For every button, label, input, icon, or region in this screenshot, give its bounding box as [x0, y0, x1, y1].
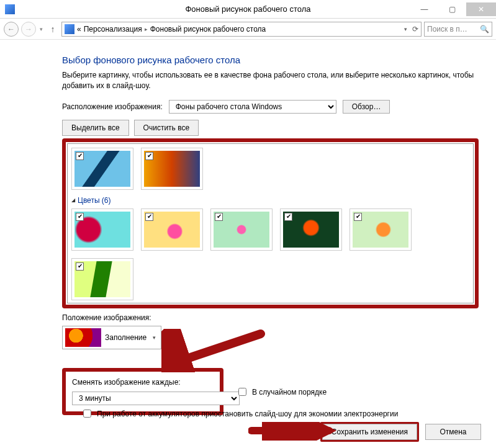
forward-button[interactable]: →	[21, 22, 36, 37]
location-select[interactable]: Фоны рабочего стола Windows	[169, 100, 336, 114]
clear-all-button[interactable]: Очистить все	[134, 120, 199, 136]
up-button[interactable]: ↑	[47, 24, 59, 34]
selection-row: Выделить все Очистить все	[62, 120, 479, 136]
wallpaper-thumb[interactable]: ✔	[71, 148, 133, 190]
crumb-sep-icon: ▸	[145, 26, 148, 32]
thumb-checkbox[interactable]: ✔	[76, 262, 84, 271]
search-placeholder: Поиск в п…	[427, 25, 477, 34]
wallpaper-thumb[interactable]: ✔	[280, 208, 342, 251]
group-flowers-header[interactable]: ◢ Цветы (6)	[71, 196, 469, 205]
refresh-button[interactable]: ⟳	[412, 25, 418, 34]
random-order-label: В случайном порядке	[252, 388, 327, 396]
crumb-background[interactable]: Фоновый рисунок рабочего стола	[150, 25, 266, 34]
titlebar: Фоновый рисунок рабочего стола — ▢ ✕	[0, 0, 496, 19]
battery-row: При работе от аккумуляторов приостановит…	[81, 408, 398, 419]
wallpaper-thumb[interactable]: ✔	[210, 208, 273, 251]
search-input[interactable]: Поиск в п… 🔍	[424, 22, 492, 37]
browse-button[interactable]: Обзор…	[343, 100, 390, 114]
address-bar[interactable]: « Персонализация ▸ Фоновый рисунок рабоч…	[61, 22, 422, 37]
wallpaper-thumb[interactable]: ✔	[71, 258, 133, 300]
group-flowers-label: Цветы (6)	[78, 196, 111, 205]
history-dropdown[interactable]: ▾	[38, 26, 44, 32]
back-button[interactable]: ←	[4, 22, 19, 37]
change-interval-label: Сменять изображение каждые:	[72, 378, 211, 387]
thumb-checkbox[interactable]: ✔	[284, 213, 292, 221]
nav-bar: ← → ▾ ↑ « Персонализация ▸ Фоновый рисун…	[0, 19, 496, 40]
save-button[interactable]: Сохранить изменения	[322, 424, 417, 440]
cancel-button[interactable]: Отмена	[425, 424, 481, 440]
thumb-checkbox[interactable]: ✔	[354, 213, 362, 221]
position-label: Положение изображения:	[62, 313, 479, 322]
battery-checkbox[interactable]	[83, 410, 91, 418]
crumb-root: «	[77, 25, 81, 34]
wallpaper-thumb[interactable]: ✔	[141, 148, 203, 190]
position-select[interactable]: Заполнение ▾	[62, 326, 161, 349]
thumb-checkbox[interactable]: ✔	[76, 152, 84, 160]
select-all-button[interactable]: Выделить все	[62, 120, 129, 136]
gallery-highlight: ✔✔ ◢ Цветы (6) ✔✔✔✔✔✔	[62, 138, 479, 308]
location-row: Расположение изображения: Фоны рабочего …	[62, 100, 479, 114]
main-content: Выбор фонового рисунка рабочего стола Вы…	[0, 40, 496, 415]
search-icon: 🔍	[480, 25, 489, 34]
thumb-checkbox[interactable]: ✔	[145, 152, 153, 160]
gallery[interactable]: ✔✔ ◢ Цветы (6) ✔✔✔✔✔✔	[67, 143, 474, 303]
thumb-checkbox[interactable]: ✔	[76, 213, 84, 221]
page-heading: Выбор фонового рисунка рабочего стола	[62, 55, 479, 65]
chevron-down-icon: ▾	[150, 334, 158, 341]
address-dropdown-icon[interactable]: ▾	[404, 26, 407, 32]
position-value: Заполнение	[105, 333, 147, 342]
location-icon	[65, 24, 74, 34]
save-highlight: Сохранить изменения	[320, 422, 419, 442]
collapse-icon: ◢	[71, 197, 75, 203]
thumb-checkbox[interactable]: ✔	[145, 213, 153, 221]
wallpaper-thumb[interactable]: ✔	[349, 208, 412, 251]
window-title: Фоновый рисунок рабочего стола	[0, 4, 496, 14]
footer-buttons: Сохранить изменения Отмена	[320, 422, 481, 442]
page-subtext: Выберите картинку, чтобы использовать ее…	[62, 70, 479, 91]
crumb-personalization[interactable]: Персонализация	[84, 25, 142, 34]
location-label: Расположение изображения:	[62, 102, 163, 111]
thumb-checkbox[interactable]: ✔	[215, 213, 223, 221]
wallpaper-thumb[interactable]: ✔	[71, 208, 133, 251]
random-order-row: В случайном порядке	[236, 386, 327, 398]
change-interval-select[interactable]: 3 минуты	[72, 392, 240, 405]
wallpaper-thumb[interactable]: ✔	[141, 208, 203, 251]
battery-label: При работе от аккумуляторов приостановит…	[97, 410, 398, 418]
random-order-checkbox[interactable]	[238, 388, 246, 396]
position-preview-icon	[65, 328, 101, 347]
